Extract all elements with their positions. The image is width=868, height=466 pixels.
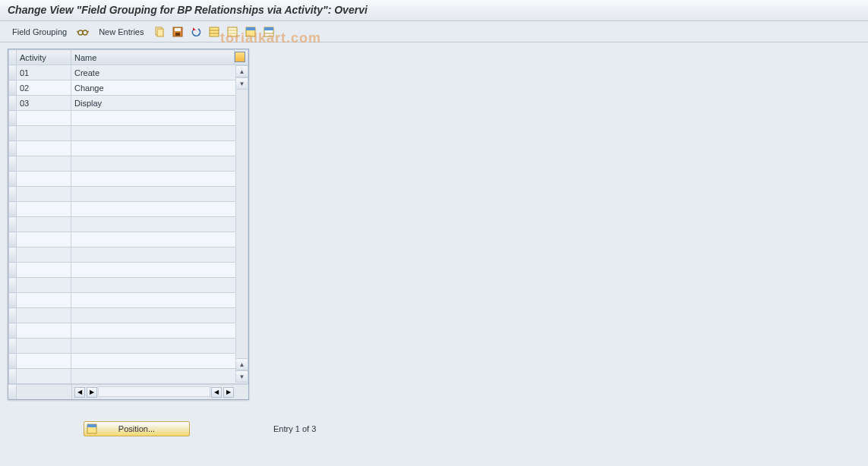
activity-column-header[interactable]: Activity (17, 50, 71, 65)
row-selector[interactable] (9, 293, 17, 308)
activity-cell[interactable] (17, 263, 71, 278)
scroll-up-button-2[interactable]: ▼ (236, 77, 248, 90)
row-selector[interactable] (9, 369, 17, 384)
undo-icon[interactable] (189, 25, 203, 39)
activity-cell[interactable] (17, 354, 71, 369)
new-entries-button[interactable]: New Entries (94, 26, 148, 38)
row-selector[interactable] (9, 141, 17, 156)
name-cell[interactable] (71, 187, 248, 202)
row-selector[interactable] (9, 338, 17, 354)
scroll-down-button-2[interactable]: ▲ (236, 358, 248, 370)
scroll-track[interactable] (236, 90, 248, 358)
activity-cell[interactable] (17, 141, 71, 156)
activity-cell[interactable] (17, 323, 71, 338)
row-selector[interactable] (9, 126, 17, 141)
activity-cell[interactable]: 03 (17, 96, 71, 111)
name-column-header[interactable]: Name (71, 50, 235, 65)
table-row[interactable] (9, 187, 248, 202)
activity-cell[interactable] (17, 187, 71, 202)
activity-cell[interactable] (17, 247, 71, 263)
table-row[interactable] (9, 263, 248, 278)
name-cell[interactable] (71, 263, 248, 278)
row-selector[interactable] (9, 172, 17, 187)
activity-cell[interactable] (17, 172, 71, 187)
table-row[interactable] (9, 323, 248, 338)
activity-cell[interactable] (17, 338, 71, 354)
row-selector[interactable] (9, 323, 17, 338)
name-cell[interactable] (71, 156, 248, 172)
row-selector[interactable] (9, 65, 17, 80)
name-cell[interactable] (71, 354, 248, 369)
activity-cell[interactable] (17, 278, 71, 293)
row-selector[interactable] (9, 187, 17, 202)
activity-cell[interactable] (17, 202, 71, 217)
table-row[interactable] (9, 217, 248, 232)
row-selector[interactable] (9, 247, 17, 263)
row-selector[interactable] (9, 96, 17, 111)
activity-cell[interactable] (17, 111, 71, 126)
name-cell[interactable] (71, 308, 248, 323)
select-all-icon[interactable] (207, 25, 221, 39)
name-cell[interactable] (71, 172, 248, 187)
table-row[interactable] (9, 338, 248, 354)
table-row[interactable] (9, 232, 248, 247)
name-cell[interactable] (71, 247, 248, 263)
table-row[interactable] (9, 293, 248, 308)
name-cell[interactable] (71, 293, 248, 308)
name-cell[interactable] (71, 141, 248, 156)
field-grouping-button[interactable]: Field Grouping (8, 26, 71, 38)
name-cell[interactable] (71, 232, 248, 247)
hscroll-right-button-2[interactable]: ▶ (223, 387, 234, 398)
table-row[interactable]: 03Display (9, 96, 248, 111)
name-cell[interactable]: Display (71, 96, 248, 111)
row-selector[interactable] (9, 156, 17, 172)
table-row[interactable] (9, 278, 248, 293)
copy-icon[interactable] (153, 25, 166, 39)
name-cell[interactable] (71, 202, 248, 217)
name-cell[interactable] (71, 278, 248, 293)
name-cell[interactable] (71, 369, 248, 384)
activity-cell[interactable] (17, 232, 71, 247)
table-row[interactable] (9, 111, 248, 126)
table-row[interactable] (9, 141, 248, 156)
name-cell[interactable]: Change (71, 80, 248, 96)
row-selector[interactable] (9, 263, 17, 278)
save-icon[interactable] (171, 25, 185, 39)
table-row[interactable] (9, 247, 248, 263)
scroll-up-button[interactable]: ▲ (236, 65, 248, 77)
activity-cell[interactable] (17, 217, 71, 232)
table-row[interactable] (9, 126, 248, 141)
table-row[interactable] (9, 172, 248, 187)
row-selector[interactable] (9, 278, 17, 293)
table-row[interactable] (9, 202, 248, 217)
row-selector[interactable] (9, 80, 17, 96)
table-row[interactable] (9, 354, 248, 369)
activity-cell[interactable] (17, 126, 71, 141)
table-row[interactable] (9, 156, 248, 172)
activity-cell[interactable] (17, 293, 71, 308)
name-cell[interactable] (71, 338, 248, 354)
row-selector[interactable] (9, 111, 17, 126)
glasses-icon[interactable] (76, 25, 90, 39)
activity-cell[interactable]: 01 (17, 65, 71, 80)
hscroll-right-button[interactable]: ▶ (87, 387, 97, 398)
hscroll-left-button[interactable]: ◀ (74, 387, 85, 398)
name-cell[interactable] (71, 126, 248, 141)
table-row[interactable]: 02Change (9, 80, 248, 96)
name-cell[interactable] (71, 217, 248, 232)
row-selector-header[interactable] (9, 50, 17, 65)
hscroll-track[interactable] (98, 386, 210, 397)
position-button[interactable]: Position... (84, 421, 190, 436)
table-config-header[interactable] (235, 50, 248, 65)
name-cell[interactable] (71, 111, 248, 126)
table-row[interactable]: 01Create (9, 65, 248, 80)
name-cell[interactable]: Create (71, 65, 248, 80)
activity-cell[interactable]: 02 (17, 80, 71, 96)
hscroll-left-button-2[interactable]: ◀ (211, 387, 222, 398)
row-selector[interactable] (9, 217, 17, 232)
table-row[interactable] (9, 369, 248, 384)
activity-cell[interactable] (17, 156, 71, 172)
vertical-scrollbar[interactable]: ▲ ▼ ▲ ▼ (235, 65, 248, 383)
row-selector[interactable] (9, 308, 17, 323)
name-cell[interactable] (71, 323, 248, 338)
